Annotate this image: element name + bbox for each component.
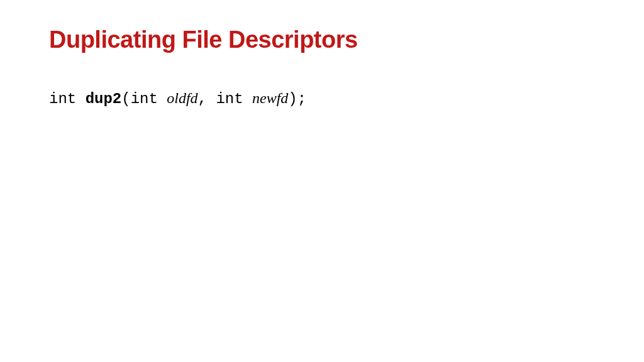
comma: , bbox=[198, 90, 216, 107]
function-signature: int dup2(int oldfd, int newfd); bbox=[49, 90, 595, 107]
param2-type: int bbox=[216, 90, 252, 107]
return-type: int bbox=[49, 90, 76, 107]
close-paren-semicolon: ); bbox=[288, 90, 306, 107]
param1-name: oldfd bbox=[167, 90, 197, 106]
open-paren: ( bbox=[121, 90, 130, 107]
param1-type: int bbox=[131, 90, 167, 107]
param2-name: newfd bbox=[252, 90, 288, 106]
slide-title: Duplicating File Descriptors bbox=[49, 26, 595, 53]
function-name: dup2 bbox=[86, 90, 122, 107]
space bbox=[76, 90, 85, 107]
